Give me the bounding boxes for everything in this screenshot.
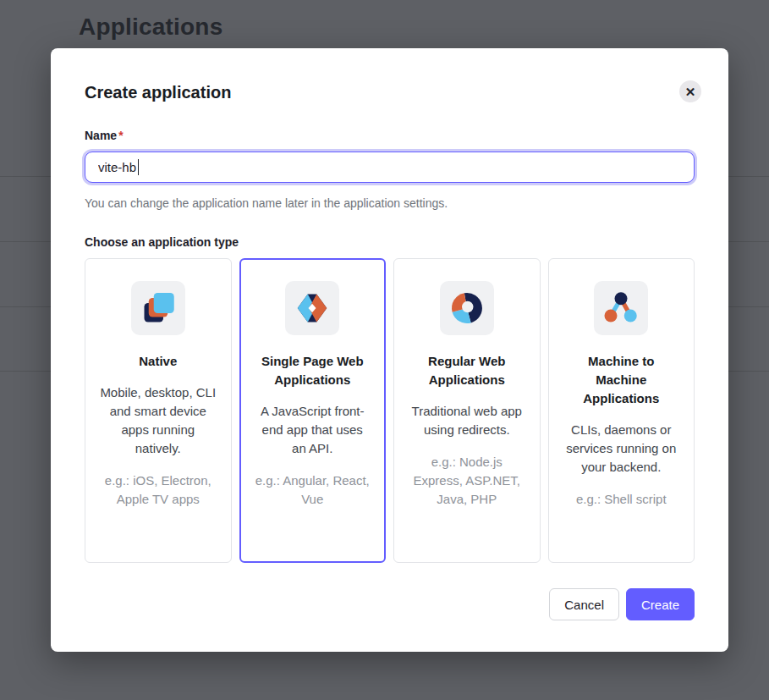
cancel-button[interactable]: Cancel — [549, 588, 619, 620]
name-input-wrap — [85, 152, 695, 183]
name-helper-text: You can change the application name late… — [85, 196, 695, 211]
card-description: CLIs, daemons or services running on you… — [563, 421, 680, 477]
card-single-page-web[interactable]: Single Page Web Applications A JavaScrip… — [239, 258, 387, 563]
name-field-label: Name* — [85, 129, 695, 142]
modal-title: Create application — [85, 82, 231, 102]
card-title: Single Page Web Applications — [255, 352, 371, 389]
card-title: Regular Web Applications — [409, 352, 525, 389]
card-description: A JavaScript front-end app that uses an … — [255, 402, 371, 458]
card-native[interactable]: Native Mobile, desktop, CLI and smart de… — [85, 258, 232, 563]
card-example: e.g.: iOS, Electron, Apple TV apps — [100, 471, 217, 509]
modal-footer: Cancel Create — [85, 588, 695, 620]
card-title: Native — [100, 352, 217, 371]
card-description: Traditional web app using redirects. — [409, 402, 525, 439]
name-label-text: Name — [85, 129, 117, 142]
create-application-modal: Create application ✕ Name* You can chang… — [51, 48, 728, 652]
card-description: Mobile, desktop, CLI and smart device ap… — [100, 383, 217, 458]
application-name-input[interactable] — [85, 152, 695, 183]
required-asterisk: * — [118, 129, 123, 142]
create-button[interactable]: Create — [626, 588, 695, 620]
native-layers-icon — [131, 281, 185, 335]
close-button[interactable]: ✕ — [679, 80, 701, 102]
card-example: e.g.: Angular, React, Vue — [255, 471, 371, 509]
card-example: e.g.: Shell script — [563, 490, 680, 509]
application-type-label: Choose an application type — [85, 235, 695, 249]
text-cursor — [138, 159, 139, 175]
donut-segments-icon — [440, 281, 494, 335]
modal-header: Create application ✕ — [85, 82, 695, 102]
spa-diamonds-icon — [285, 281, 339, 335]
connected-nodes-icon — [594, 281, 648, 335]
application-type-cards: Native Mobile, desktop, CLI and smart de… — [85, 258, 695, 563]
card-example: e.g.: Node.js Express, ASP.NET, Java, PH… — [409, 453, 525, 509]
background-page-title: Applications — [79, 14, 222, 41]
card-machine-to-machine[interactable]: Machine to Machine Applications CLIs, da… — [548, 258, 695, 563]
card-regular-web[interactable]: Regular Web Applications Traditional web… — [393, 258, 541, 563]
close-icon: ✕ — [685, 85, 696, 98]
card-title: Machine to Machine Applications — [563, 352, 680, 408]
